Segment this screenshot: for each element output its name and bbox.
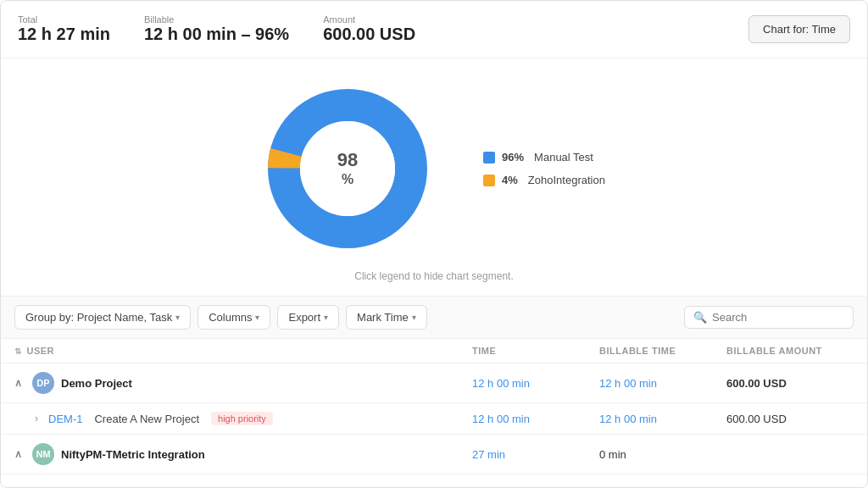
avatar: DP [32, 372, 54, 394]
task-name: Create A New Project [94, 413, 199, 425]
col-header-billable-time: BILLABLE TIME [599, 346, 726, 356]
task-id[interactable]: DEM-1 [48, 413, 82, 425]
amount-label: Amount [323, 14, 415, 25]
project-billable-amount: 600.00 USD [726, 377, 854, 390]
project-billable-time: 12 h 00 min [599, 377, 726, 390]
stat-amount: Amount 600.00 USD [323, 14, 415, 44]
stat-billable: Billable 12 h 00 min – 96% [144, 14, 289, 44]
chart-hint: Click legend to hide chart segment. [1, 262, 867, 296]
search-icon: 🔍 [693, 311, 707, 324]
chart-legend: 96% Manual Test 4% ZohoIntegration [483, 151, 605, 186]
table-row: › DEM-1 Create A New Project high priori… [1, 403, 867, 435]
col-header-time: TIME [472, 346, 599, 356]
billable-value: 12 h 00 min – 96% [144, 25, 289, 44]
legend-item-manual[interactable]: 96% Manual Test [483, 151, 605, 164]
collapse-icon[interactable]: ∧ [14, 377, 22, 389]
project2-name-cell: ∧ NM NiftyPM-TMetric Integration [14, 443, 472, 465]
table-header: ⇅ USER TIME BILLABLE TIME BILLABLE AMOUN… [1, 339, 867, 363]
columns-button[interactable]: Columns ▾ [198, 305, 270, 330]
chevron-down-icon: ▾ [324, 313, 328, 322]
project-time: 12 h 00 min [472, 377, 599, 390]
task-name-cell: › DEM-1 Create A New Project high priori… [14, 412, 472, 425]
project-name-cell: ∧ DP Demo Project [14, 372, 472, 394]
col-header-user: ⇅ USER [14, 346, 472, 356]
task-billable-amount: 600.00 USD [726, 413, 854, 425]
amount-value: 600.00 USD [323, 25, 415, 44]
sort-icon: ⇅ [14, 347, 22, 356]
chart-area: 98 % 96% Manual Test 4% ZohoIntegration [1, 58, 867, 262]
legend-item-zoho[interactable]: 4% ZohoIntegration [483, 174, 605, 186]
legend-pct-zoho: 4% [502, 174, 518, 186]
chevron-down-icon: ▾ [175, 313, 180, 322]
project2-time: 27 min [472, 448, 599, 461]
total-label: Total [18, 14, 110, 25]
search-input[interactable] [712, 311, 844, 324]
avatar: NM [32, 443, 54, 465]
project-name: Demo Project [61, 377, 132, 390]
task-time: 12 h 00 min [472, 413, 599, 425]
legend-color-blue [483, 152, 495, 164]
export-button[interactable]: Export ▾ [277, 305, 339, 330]
priority-badge: high priority [211, 412, 273, 425]
legend-pct-manual: 96% [502, 151, 524, 164]
chevron-down-icon: ▾ [255, 313, 259, 322]
chart-for-time-button[interactable]: Chart for: Time [748, 15, 850, 43]
toolbar: Group by: Project Name, Task ▾ Columns ▾… [1, 296, 867, 339]
stats-bar: Total 12 h 27 min Billable 12 h 00 min –… [1, 1, 867, 58]
chevron-down-icon: ▾ [412, 313, 416, 322]
stat-total: Total 12 h 27 min [18, 14, 110, 44]
collapse-icon[interactable]: ∧ [14, 448, 22, 460]
donut-chart: 98 % [263, 84, 432, 253]
table-row: ∧ NM NiftyPM-TMetric Integration 27 min … [1, 435, 867, 474]
project2-name: NiftyPM-TMetric Integration [61, 448, 205, 461]
legend-color-orange [483, 175, 495, 186]
total-value: 12 h 27 min [18, 25, 110, 44]
legend-label-zoho: ZohoIntegration [528, 174, 605, 186]
group-by-button[interactable]: Group by: Project Name, Task ▾ [14, 305, 191, 330]
donut-center-label: 98 % [337, 149, 358, 188]
legend-label-manual: Manual Test [534, 151, 593, 164]
search-wrapper: 🔍 [684, 306, 854, 329]
table-section: ⇅ USER TIME BILLABLE TIME BILLABLE AMOUN… [1, 339, 867, 474]
mark-time-button[interactable]: Mark Time ▾ [346, 305, 427, 330]
expand-icon[interactable]: › [35, 413, 38, 424]
billable-label: Billable [144, 14, 289, 25]
table-row: ∧ DP Demo Project 12 h 00 min 12 h 00 mi… [1, 363, 867, 403]
col-header-billable-amount: BILLABLE AMOUNT [726, 346, 854, 356]
project2-billable-time: 0 min [599, 448, 726, 461]
task-billable-time: 12 h 00 min [599, 413, 726, 425]
